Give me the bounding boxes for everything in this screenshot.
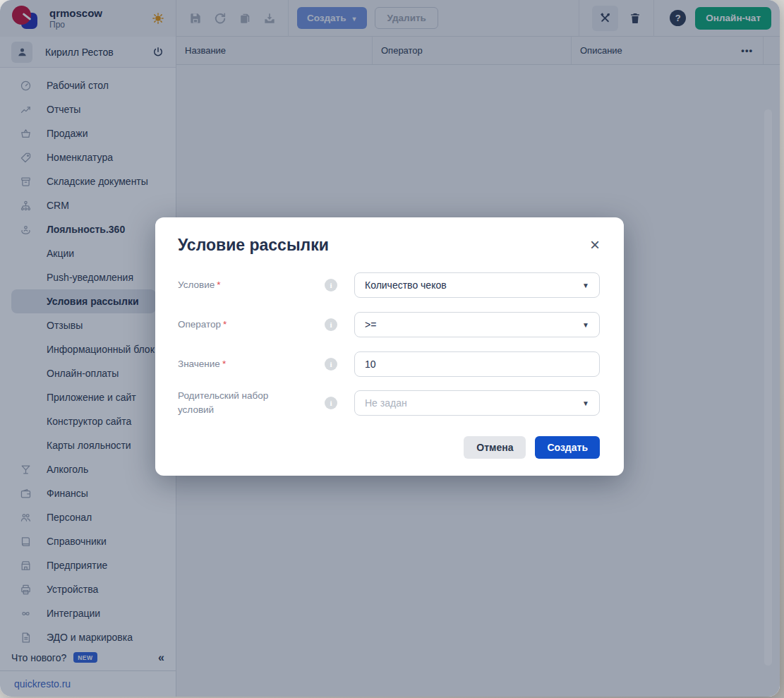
- condition-select[interactable]: Количество чеков ▼: [354, 272, 600, 298]
- chevron-down-icon: ▼: [582, 321, 589, 329]
- field-label-value: Значение*: [178, 357, 302, 371]
- close-icon[interactable]: ×: [590, 236, 600, 253]
- submit-create-button[interactable]: Создать: [535, 436, 600, 459]
- cancel-button[interactable]: Отмена: [464, 436, 526, 459]
- operator-select[interactable]: >= ▼: [354, 312, 600, 337]
- field-label-condition: Условие*: [178, 278, 302, 292]
- field-label-parent-set: Родительский набор условий: [178, 389, 302, 416]
- info-icon[interactable]: i: [325, 358, 337, 371]
- mailing-condition-modal: Условие рассылки × Условие* i Количество…: [155, 217, 624, 476]
- info-icon[interactable]: i: [325, 279, 337, 291]
- value-input[interactable]: [354, 351, 600, 377]
- app-window: qrmoscow Про Кирилл Рестов: [0, 0, 780, 697]
- chevron-down-icon: ▼: [582, 282, 589, 289]
- field-label-operator: Оператор*: [178, 318, 302, 332]
- chevron-down-icon: ▼: [582, 399, 589, 407]
- parent-set-select[interactable]: Не задан ▼: [354, 390, 600, 416]
- info-icon[interactable]: i: [325, 397, 337, 409]
- info-icon[interactable]: i: [325, 318, 337, 331]
- modal-title: Условие рассылки: [178, 236, 329, 255]
